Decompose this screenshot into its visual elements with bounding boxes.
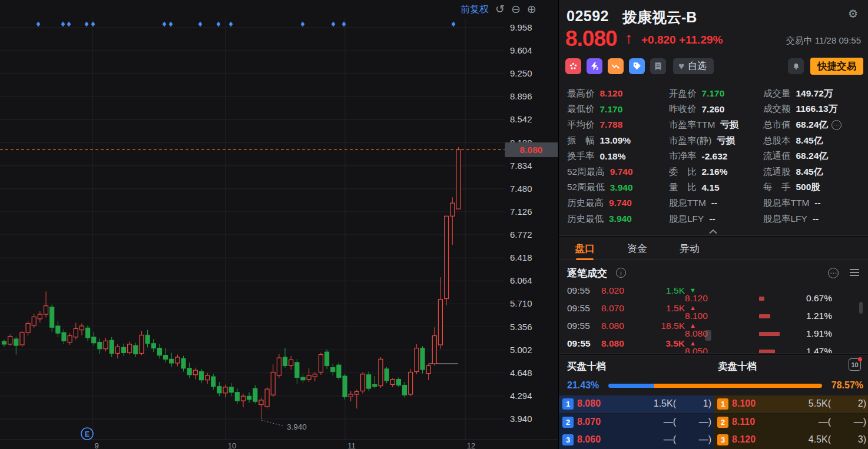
chart-toolbar: 前复权 ↺ ⊖ ⊕ bbox=[460, 2, 555, 17]
quote-value: 亏损 bbox=[717, 135, 735, 147]
candle-body bbox=[445, 216, 449, 298]
candle-body bbox=[50, 307, 54, 327]
candle-body bbox=[98, 342, 102, 349]
quote-label: 成交额 bbox=[763, 103, 791, 115]
quote-row: 股息率LFY-- bbox=[763, 211, 842, 227]
adjust-mode-button[interactable]: 前复权 bbox=[460, 4, 489, 16]
zoom-out-icon[interactable]: ⊖ bbox=[511, 3, 521, 16]
y-axis-label: 4.294 bbox=[510, 391, 532, 401]
quote-label: 量 比 bbox=[669, 181, 697, 194]
quote-label: 振 幅 bbox=[567, 135, 595, 147]
book-volume: 1.5K( bbox=[654, 398, 676, 409]
price-distribution-row[interactable]: 8.1001.21% bbox=[677, 307, 838, 325]
more-options-icon[interactable]: ⋯ bbox=[828, 268, 839, 278]
trade-price: 8.080 bbox=[601, 321, 624, 331]
buy-depth-title: 买盘十档 bbox=[567, 360, 606, 373]
candle-body bbox=[283, 357, 287, 365]
tab-异动[interactable]: 异动 bbox=[680, 238, 700, 260]
quote-value: 9.740 bbox=[609, 198, 632, 208]
candle-body bbox=[420, 348, 425, 370]
candle-body bbox=[79, 326, 84, 330]
quote-value: -- bbox=[709, 214, 715, 224]
zoom-in-icon[interactable]: ⊕ bbox=[527, 3, 536, 16]
y-axis-label: 9.250 bbox=[510, 68, 532, 78]
candle-body bbox=[432, 336, 436, 364]
quote-panel: 02592 拨康视云-B ⚙ 8.080 ↑ +0.820 +11.29% 交易… bbox=[558, 0, 868, 449]
candle-body bbox=[426, 365, 430, 373]
book-volume: —( bbox=[819, 417, 831, 427]
candlestick-chart[interactable]: 9.9589.6049.2508.8968.5428.1887.8347.480… bbox=[0, 0, 558, 449]
distribution-percent: 0.67% bbox=[806, 293, 832, 304]
stock-badge-row: 2 ♥ 自选 bbox=[565, 58, 714, 75]
quote-value: 3.940 bbox=[609, 214, 632, 224]
scrollbar-thumb[interactable] bbox=[859, 302, 863, 314]
tab-资金[interactable]: 资金 bbox=[627, 238, 647, 260]
event-diamond-icon bbox=[85, 22, 89, 27]
quote-row: 历史最高9.740 bbox=[567, 195, 633, 211]
candle-body bbox=[223, 387, 227, 393]
hk-market-icon bbox=[565, 58, 581, 74]
candle-body bbox=[415, 348, 419, 372]
quote-label: 每 手 bbox=[763, 181, 791, 194]
quote-value: 68.24亿 bbox=[796, 119, 828, 131]
svg-text:2: 2 bbox=[596, 66, 598, 71]
candle-body bbox=[74, 328, 78, 337]
candle-body bbox=[211, 377, 216, 387]
candle-body bbox=[104, 341, 108, 348]
event-diamond-icon bbox=[91, 22, 95, 27]
quote-row: 最高价8.120 bbox=[567, 86, 633, 102]
quote-row: 成交量149.72万 bbox=[763, 86, 842, 102]
quote-grid: 最高价8.120最低价7.170平均价7.788振 幅13.09%换手率0.18… bbox=[559, 86, 868, 227]
candle-body bbox=[259, 400, 263, 405]
candle-body bbox=[44, 306, 48, 314]
distribution-bar bbox=[759, 314, 770, 318]
info-icon[interactable]: i bbox=[616, 268, 626, 278]
candle-body bbox=[164, 355, 168, 360]
more-circle-icon[interactable]: ⋯ bbox=[831, 120, 842, 130]
undo-icon[interactable]: ↺ bbox=[495, 3, 505, 16]
price-distribution-row[interactable]: 8.0801.91% bbox=[677, 325, 838, 342]
current-price: 8.080 bbox=[565, 26, 617, 51]
y-axis-label: 8.896 bbox=[510, 91, 532, 101]
candle-body bbox=[247, 396, 251, 400]
candle-body bbox=[62, 332, 66, 341]
quick-trade-button[interactable]: 快捷交易 bbox=[810, 58, 863, 75]
ask-row[interactable]: 28.110—(—) bbox=[714, 414, 868, 431]
list-view-icon[interactable] bbox=[850, 269, 859, 278]
bid-row[interactable]: 28.070—(—) bbox=[559, 414, 714, 431]
price-distribution-row[interactable]: 8.0501.47% bbox=[677, 342, 838, 353]
quote-value: -- bbox=[711, 198, 717, 208]
quote-label: 总股本 bbox=[763, 135, 791, 147]
candle-body bbox=[151, 344, 155, 348]
distribution-price: 8.050 bbox=[685, 346, 708, 353]
tab-盘口[interactable]: 盘口 bbox=[575, 238, 595, 260]
watchlist-button[interactable]: ♥ 自选 bbox=[673, 58, 714, 74]
price-distribution-row[interactable]: 8.1200.67% bbox=[677, 290, 838, 307]
candle-body bbox=[325, 352, 329, 365]
depth-level-badge[interactable]: 10 bbox=[849, 358, 861, 371]
gear-icon[interactable]: ⚙ bbox=[848, 7, 858, 21]
level-badge: 2 bbox=[562, 417, 574, 428]
quote-label: 52周最高 bbox=[567, 166, 605, 178]
alert-bell-button[interactable] bbox=[788, 58, 804, 74]
quote-row: 每 手500股 bbox=[763, 180, 842, 196]
bid-row[interactable]: 18.0801.5K(1) bbox=[559, 395, 714, 413]
candle-body bbox=[337, 365, 341, 377]
buy-sell-ratio: 21.43% 78.57% bbox=[559, 379, 868, 393]
bid-row[interactable]: 38.060—(—) bbox=[559, 431, 714, 449]
distribution-percent: 1.91% bbox=[806, 328, 832, 339]
y-axis-label: 8.542 bbox=[510, 114, 532, 124]
book-order-count: 2) bbox=[858, 398, 866, 409]
quote-row: 流通值68.24亿 bbox=[763, 148, 842, 164]
y-axis-label: 9.958 bbox=[510, 22, 532, 32]
candle-body bbox=[301, 377, 305, 380]
x-axis-label: 10 bbox=[228, 441, 236, 449]
trend-signal-icon bbox=[608, 58, 624, 74]
candle-body bbox=[26, 324, 30, 332]
y-axis-label: 6.772 bbox=[510, 230, 532, 240]
ask-row[interactable]: 18.1005.5K(2) bbox=[714, 395, 868, 413]
candle-body bbox=[396, 380, 400, 385]
book-volume: —( bbox=[664, 417, 676, 427]
ask-row[interactable]: 38.1204.5K(3) bbox=[714, 431, 868, 449]
candle-body bbox=[367, 375, 371, 388]
